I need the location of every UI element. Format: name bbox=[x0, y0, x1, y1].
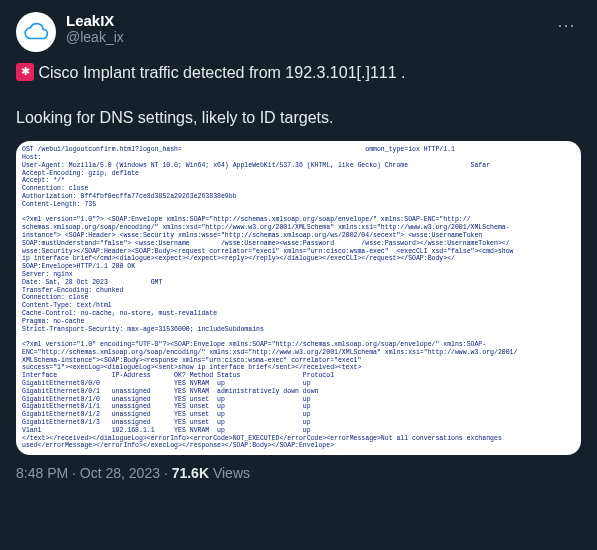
post-time[interactable]: 8:48 PM bbox=[16, 465, 68, 481]
tweet-line-1: Cisco Implant traffic detected from 192.… bbox=[16, 62, 581, 84]
tweet-text: Cisco Implant traffic detected from 192.… bbox=[16, 62, 581, 129]
views-count[interactable]: 71.6K bbox=[172, 465, 209, 481]
avatar[interactable] bbox=[16, 12, 56, 52]
tweet-meta: 8:48 PM · Oct 28, 2023 · 71.6K Views bbox=[16, 465, 581, 481]
embedded-image[interactable]: OST /webui/logoutconfirm.html?logon_hash… bbox=[16, 141, 581, 455]
terminal-capture: OST /webui/logoutconfirm.html?logon_hash… bbox=[16, 141, 581, 455]
account-names: LeakIX @leak_ix bbox=[66, 12, 541, 45]
views-label-text: Views bbox=[213, 465, 250, 481]
display-name[interactable]: LeakIX bbox=[66, 12, 541, 29]
tweet-line-1-text: Cisco Implant traffic detected from 192.… bbox=[34, 64, 405, 81]
tweet-container: LeakIX @leak_ix ⋯ Cisco Implant traffic … bbox=[0, 0, 597, 493]
tweet-header: LeakIX @leak_ix ⋯ bbox=[16, 12, 581, 52]
siren-icon bbox=[16, 63, 34, 81]
post-date[interactable]: Oct 28, 2023 bbox=[80, 465, 160, 481]
tweet-line-2: Looking for DNS settings, likely to ID t… bbox=[16, 107, 581, 129]
handle[interactable]: @leak_ix bbox=[66, 29, 541, 45]
more-button[interactable]: ⋯ bbox=[551, 12, 581, 38]
meta-sep: · bbox=[72, 465, 80, 481]
cloud-icon bbox=[23, 19, 49, 45]
meta-sep: · bbox=[164, 465, 172, 481]
